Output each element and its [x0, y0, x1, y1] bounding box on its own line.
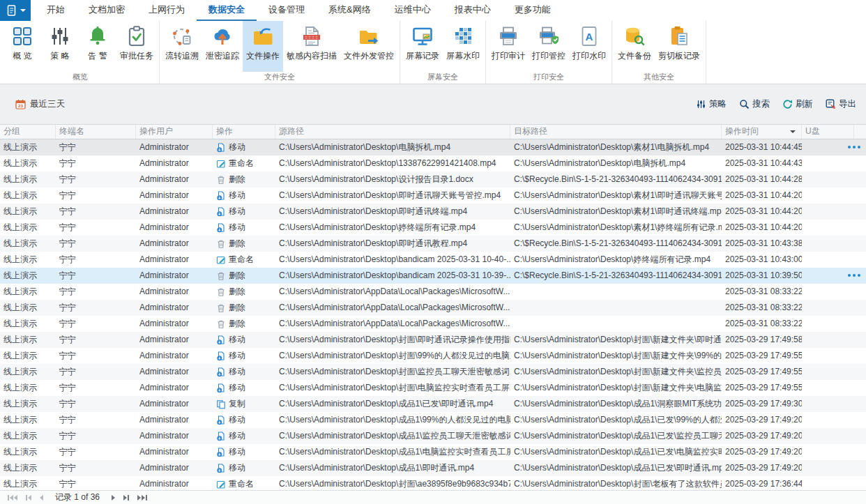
cell-operation-time: 2025-03-31 08:33:22 — [722, 316, 802, 332]
cell-user: Administrator — [136, 268, 213, 284]
menu-tab-data-security[interactable]: 数据安全 — [197, 0, 257, 21]
operation-label: 删除 — [229, 284, 245, 300]
cell-source-path: C:\Users\Administrator\Desktop\封面\电脑监控实时… — [275, 380, 510, 396]
filter-dropdown-icon[interactable] — [790, 130, 796, 133]
ribbon-group-label: 屏幕安全 — [402, 72, 483, 84]
column-header-group[interactable]: 分组 — [0, 125, 56, 139]
column-header-op[interactable]: 操作 — [213, 125, 275, 139]
table-row[interactable]: 线上演示宁宁Administrator删除C:\Users\Administra… — [0, 284, 866, 300]
table-row[interactable]: 线上演示宁宁Administrator删除C:\Users\Administra… — [0, 171, 866, 188]
table-row[interactable]: 线上演示宁宁Administrator移动C:\Users\Administra… — [0, 139, 866, 155]
menu-tab-more-functions[interactable]: 更多功能 — [503, 0, 563, 21]
ribbon-button-file-backup[interactable]: 文件备份 — [614, 21, 655, 72]
table-row[interactable]: 线上演示宁宁Administrator移动C:\Users\Administra… — [0, 380, 866, 396]
table-row[interactable]: 线上演示宁宁Administrator移动C:\Users\Administra… — [0, 188, 866, 204]
app-menu-button[interactable] — [0, 0, 31, 21]
cell-usb — [802, 268, 854, 284]
table-row[interactable]: 线上演示宁宁Administrator移动C:\Users\Administra… — [0, 428, 866, 444]
table-row[interactable]: 线上演示宁宁Administrator移动C:\Users\Administra… — [0, 444, 866, 460]
move-icon — [216, 367, 226, 377]
ribbon-button-label: 敏感内容扫描 — [287, 50, 337, 62]
cell-filler — [854, 220, 866, 236]
menu-tab-system-network[interactable]: 系统&网络 — [317, 0, 383, 21]
ribbon-button-alerts[interactable]: 告 警 — [79, 21, 116, 72]
table-row[interactable]: 线上演示宁宁Administrator移动C:\Users\Administra… — [0, 348, 866, 364]
menu-tab-home[interactable]: 开始 — [35, 0, 77, 21]
filter-action-export[interactable]: 导出 — [826, 98, 856, 110]
column-header-time[interactable]: 操作时间 — [722, 125, 802, 139]
ribbon-button-flow-trace[interactable]: 流转追溯 — [162, 21, 202, 72]
table-row[interactable]: 线上演示宁宁Administrator移动C:\Users\Administra… — [0, 220, 866, 236]
prev-page-button[interactable] — [22, 491, 35, 504]
table-row[interactable]: 线上演示宁宁Administrator重命名C:\Users\Administr… — [0, 155, 866, 171]
table-row[interactable]: 线上演示宁宁Administrator复制C:\Users\Administra… — [0, 396, 866, 412]
cell-operation-time: 2025-03-31 08:33:22 — [722, 284, 802, 300]
cell-source-path: C:\Users\Administrator\Desktop\bandicam … — [275, 268, 510, 284]
ribbon-button-approval-tasks[interactable]: 审批任务 — [116, 21, 157, 72]
cell-operation: 移动 — [213, 364, 275, 380]
ribbon-button-sensitive-content-scan[interactable]: 敏感内容扫描 — [283, 21, 340, 72]
ribbon-button-screen-recording[interactable]: 屏幕记录 — [402, 21, 443, 72]
table-row[interactable]: 线上演示宁宁Administrator移动C:\Users\Administra… — [0, 204, 866, 220]
row-actions-button[interactable] — [848, 274, 863, 277]
cell-filler — [854, 284, 866, 300]
next-record-button[interactable] — [108, 491, 119, 504]
ribbon-group: 屏幕记录屏幕水印屏幕安全 — [400, 21, 486, 84]
operation-label: 移动 — [229, 188, 245, 204]
column-header-dst[interactable]: 目标路径 — [510, 125, 722, 139]
cell-usb — [802, 236, 854, 252]
ribbon-button-file-operations[interactable]: 文件操作 — [243, 21, 283, 72]
cell-user: Administrator — [136, 348, 213, 364]
ribbon-button-clipboard-record[interactable]: 剪切板记录 — [655, 21, 704, 72]
table-row[interactable]: 线上演示宁宁Administrator重命名C:\Users\Administr… — [0, 252, 866, 268]
ribbon-button-screen-watermark[interactable]: 屏幕水印 — [443, 21, 483, 72]
column-header-terminal[interactable]: 终端名 — [56, 125, 136, 139]
rename-icon — [216, 480, 226, 489]
table-row[interactable]: 线上演示宁宁Administrator移动C:\Users\Administra… — [0, 460, 866, 476]
ribbon-button-policy[interactable]: 策 略 — [41, 21, 79, 72]
ribbon-button-file-outgoing-control[interactable]: 文件外发管控 — [340, 21, 397, 72]
table-row[interactable]: 线上演示宁宁Administrator重命名C:\Users\Administr… — [0, 476, 866, 490]
menu-tab-doc-encryption[interactable]: 文档加密 — [77, 0, 137, 21]
column-header-src[interactable]: 源路径 — [275, 125, 510, 139]
table-row[interactable]: 线上演示宁宁Administrator移动C:\Users\Administra… — [0, 364, 866, 380]
column-header-usb[interactable]: U盘 — [802, 125, 854, 139]
ribbon-button-print-control[interactable]: 打印管控 — [529, 21, 569, 72]
column-header-user[interactable]: 操作用户 — [136, 125, 213, 139]
cell-source-path: C:\Users\Administrator\Desktop\即时通讯聊天账号管… — [275, 188, 510, 204]
menu-tab-report-center[interactable]: 报表中心 — [443, 0, 503, 21]
row-actions-button[interactable] — [848, 146, 863, 149]
ribbon-button-print-audit[interactable]: 打印审计 — [488, 21, 529, 72]
menu-tab-ops-center[interactable]: 运维中心 — [383, 0, 443, 21]
cell-source-path: C:\Users\Administrator\AppData\Local\Pac… — [275, 284, 510, 300]
ribbon-button-print-watermark[interactable]: A打印水印 — [569, 21, 609, 72]
date-filter-button[interactable]: 23 最近三天 — [15, 98, 65, 110]
table-row[interactable]: 线上演示宁宁Administrator删除C:\Users\Administra… — [0, 268, 866, 284]
svg-text:23: 23 — [18, 103, 23, 108]
first-page-button[interactable] — [4, 491, 21, 504]
table-row[interactable]: 线上演示宁宁Administrator移动C:\Users\Administra… — [0, 412, 866, 428]
calendar-icon: 23 — [15, 99, 26, 109]
ribbon-button-overview[interactable]: 概 览 — [3, 21, 41, 72]
menu-tab-device-management[interactable]: 设备管理 — [257, 0, 317, 21]
table-row[interactable]: 线上演示宁宁Administrator删除C:\Users\Administra… — [0, 316, 866, 332]
cell-operation-time: 2025-03-31 10:43:38 — [722, 236, 802, 252]
table-row[interactable]: 线上演示宁宁Administrator删除C:\Users\Administra… — [0, 236, 866, 252]
ribbon-group: 流转追溯泄密追踪文件操作敏感内容扫描文件外发管控文件安全 — [160, 21, 400, 84]
move-icon — [216, 191, 226, 201]
cell-operation: 移动 — [213, 204, 275, 220]
ribbon-button-leak-tracking[interactable]: 泄密追踪 — [202, 21, 243, 72]
cell-source-path: C:\Users\Administrator\Desktop\婷终端所有记录.m… — [275, 220, 510, 236]
menu-tab-web-behavior[interactable]: 上网行为 — [137, 0, 197, 21]
filter-action-search[interactable]: 搜索 — [739, 98, 770, 110]
last-page-button[interactable] — [134, 491, 151, 504]
table-row[interactable]: 线上演示宁宁Administrator移动C:\Users\Administra… — [0, 332, 866, 348]
operation-label: 移动 — [229, 204, 245, 220]
cell-operation: 移动 — [213, 220, 275, 236]
filter-action-policy[interactable]: 策略 — [696, 98, 727, 110]
prev-record-button[interactable] — [36, 491, 47, 504]
filter-action-refresh[interactable]: 刷新 — [782, 98, 813, 110]
next-page-button[interactable] — [120, 491, 132, 504]
operation-label: 移动 — [229, 460, 245, 476]
table-row[interactable]: 线上演示宁宁Administrator删除C:\Users\Administra… — [0, 300, 866, 316]
